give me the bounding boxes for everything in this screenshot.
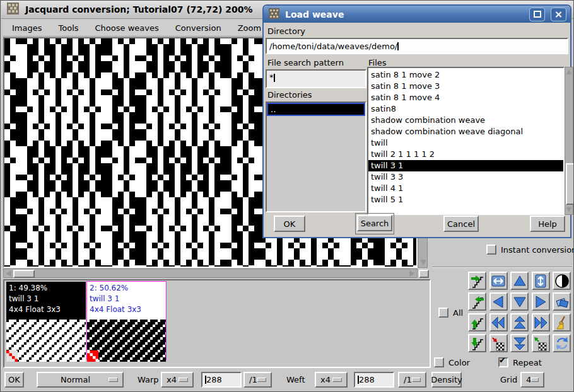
instant-conversion-checkbox-row[interactable]: Instant conversion xyxy=(486,245,574,255)
files-vscrollbar[interactable] xyxy=(565,67,573,215)
weft-div-dropdown[interactable]: /1 xyxy=(398,372,426,388)
grid-size-dropdown[interactable]: 4 xyxy=(520,372,544,388)
weave-preview-2[interactable]: 2: 50.62% twill 3 1 4x4 Float 3x3 xyxy=(86,281,167,360)
dialog-titlebar[interactable]: Load weave × xyxy=(264,6,570,23)
file-list-item[interactable]: twill 4 1 xyxy=(368,183,563,194)
file-search-pattern-label: File search pattern xyxy=(267,58,344,67)
files-list[interactable]: satin 8 1 move 2satin 8 1 move 3satin 8 … xyxy=(367,67,565,215)
move-fast-up-icon xyxy=(512,315,527,330)
file-list-item[interactable]: satin 8 1 move 2 xyxy=(368,69,563,81)
preview-2-percent: 2: 50.62% xyxy=(90,283,163,294)
weft-mult-dropdown[interactable]: x4 xyxy=(315,372,348,388)
warp-count-input[interactable]: 288 xyxy=(201,372,242,388)
move-down-button[interactable] xyxy=(510,292,529,311)
move-left-button[interactable] xyxy=(489,292,508,311)
file-list-item[interactable]: shadow combination weave diagonal xyxy=(368,126,563,137)
weave-preview-1-pattern[interactable] xyxy=(6,320,86,362)
files-vscroll-thumb[interactable] xyxy=(566,163,574,205)
pane-sash-handle[interactable] xyxy=(419,270,429,278)
shift-up-button[interactable] xyxy=(468,313,486,331)
shift-left-icon xyxy=(470,294,485,309)
file-list-item[interactable]: twill 2 1 1 1 1 2 xyxy=(368,149,563,160)
files-scroll-up-icon[interactable] xyxy=(566,69,571,74)
mode-dropdown[interactable]: Normal xyxy=(37,372,124,388)
repeat-checkbox-row[interactable]: Repeat xyxy=(498,357,542,367)
clean-button[interactable] xyxy=(553,313,571,331)
invert-icon xyxy=(554,274,570,289)
move-fast-down-button[interactable] xyxy=(510,334,529,352)
weave-preview-2-pattern[interactable] xyxy=(87,320,166,362)
menu-item-images[interactable]: Images xyxy=(12,23,42,33)
scroll-down-icon[interactable] xyxy=(420,260,426,265)
move-up-button[interactable] xyxy=(510,272,529,290)
stretch-horizontal-icon xyxy=(491,274,506,289)
menu-item-tools[interactable]: Tools xyxy=(59,23,79,33)
move-fast-left-button[interactable] xyxy=(489,313,508,331)
weave-preview-1[interactable]: 1: 49.38% twill 3 1 4x4 Float 3x3 xyxy=(6,282,86,359)
pattern-hscroll-thumb[interactable] xyxy=(13,270,35,278)
menu-item-zoom[interactable]: Zoom xyxy=(238,23,261,33)
file-list-item[interactable]: satin8 xyxy=(368,103,563,115)
checker-red-arrow-button[interactable] xyxy=(489,334,508,352)
file-list-item[interactable]: twill 5 1 xyxy=(368,194,563,205)
weft-count-input[interactable]: 288 xyxy=(354,372,394,388)
file-list-item[interactable]: twill xyxy=(368,137,563,149)
directory-input[interactable]: /home/toni/data/weaves/demo/ xyxy=(266,38,568,54)
dialog-close-button[interactable]: × xyxy=(551,8,566,21)
file-list-item[interactable]: satin 8 1 move 3 xyxy=(368,81,563,92)
color-checkbox[interactable] xyxy=(434,357,444,367)
stretch-vertical-icon xyxy=(533,274,548,289)
dialog-maximize-button[interactable] xyxy=(529,8,545,21)
all-checkbox-row[interactable]: All xyxy=(438,308,463,318)
shift-right-button[interactable] xyxy=(468,272,486,290)
refresh-button[interactable] xyxy=(553,334,571,352)
all-checkbox[interactable] xyxy=(438,308,448,318)
application-window: Jacquard conversion; Tutorial07 (72,72) … xyxy=(0,0,574,392)
dialog-cancel-button[interactable]: Cancel xyxy=(443,216,479,232)
right-panel-separator xyxy=(432,267,572,268)
directory-list-item[interactable]: .. xyxy=(268,104,364,115)
shift-left-button[interactable] xyxy=(468,292,486,311)
dialog-title: Load weave xyxy=(285,9,529,20)
instant-conversion-checkbox[interactable] xyxy=(486,245,496,255)
file-search-pattern-input[interactable]: * xyxy=(266,69,366,88)
shift-down-button[interactable] xyxy=(468,334,486,352)
density-button[interactable]: Density xyxy=(431,372,462,388)
move-right-button[interactable] xyxy=(532,292,550,311)
mode-dropdown-value: Normal xyxy=(42,375,108,384)
move-fast-up-button[interactable] xyxy=(510,313,529,331)
warp-div-dropdown[interactable]: /1 xyxy=(243,372,272,388)
files-scroll-down-icon[interactable] xyxy=(566,207,571,212)
rotate-button[interactable] xyxy=(553,292,571,311)
file-list-item[interactable]: shadow combination weave xyxy=(368,115,563,126)
directories-list[interactable]: .. xyxy=(266,101,366,212)
stretch-horizontal-button[interactable] xyxy=(489,272,508,290)
warp-mult-dropdown[interactable]: x4 xyxy=(161,372,194,388)
menu-item-choose-weaves[interactable]: Choose weaves xyxy=(95,23,159,33)
stretch-vertical-button[interactable] xyxy=(532,272,550,290)
search-pattern-cursor xyxy=(274,74,275,82)
checker-green-arrow-icon xyxy=(533,336,548,351)
scroll-left-icon[interactable] xyxy=(6,270,11,277)
weft-div-value: /1 xyxy=(404,375,412,384)
file-list-item[interactable]: satin 8 1 move 4 xyxy=(368,92,563,103)
repeat-checkbox[interactable] xyxy=(498,357,508,367)
dialog-ok-button[interactable]: OK xyxy=(274,216,305,232)
invert-button[interactable] xyxy=(553,272,571,290)
dialog-window-icon xyxy=(269,8,279,21)
dialog-search-button[interactable]: Search xyxy=(357,215,392,231)
pattern-hscrollbar[interactable] xyxy=(3,268,418,278)
app-window-icon xyxy=(7,3,19,16)
weft-mult-value: x4 xyxy=(320,375,331,384)
move-fast-right-button[interactable] xyxy=(532,313,550,331)
maximize-icon xyxy=(534,11,541,18)
menu-item-conversion[interactable]: Conversion xyxy=(175,23,221,33)
checker-green-arrow-button[interactable] xyxy=(532,334,550,352)
file-list-item[interactable]: twill 3 1 xyxy=(368,160,563,171)
scroll-right-icon[interactable] xyxy=(409,270,415,277)
file-list-item[interactable]: twill 3 3 xyxy=(368,171,563,183)
apply-ok-button[interactable]: OK xyxy=(4,372,24,388)
color-checkbox-row[interactable]: Color xyxy=(434,357,470,367)
dialog-help-button[interactable]: Help xyxy=(530,216,565,232)
load-weave-dialog: Load weave × Directory /home/toni/data/w… xyxy=(262,4,571,238)
